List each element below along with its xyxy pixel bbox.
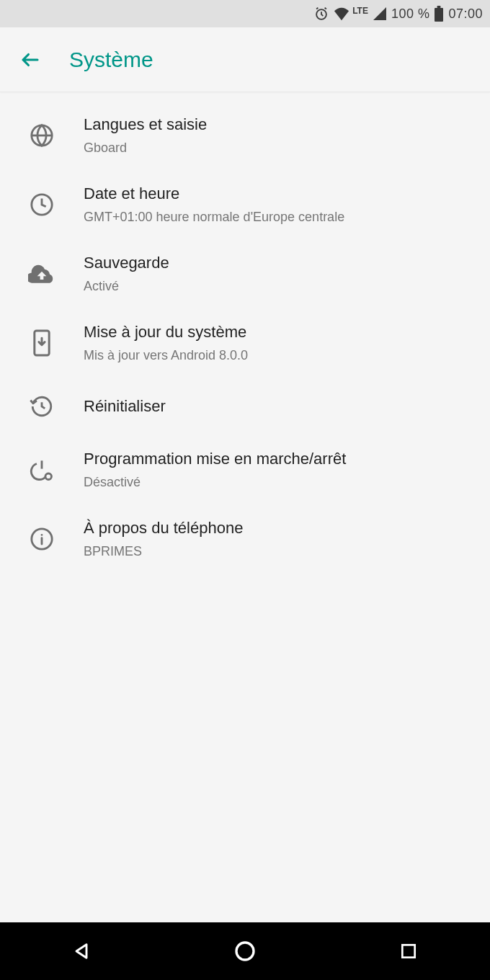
network-type-label: LTE — [352, 6, 368, 16]
back-button[interactable] — [13, 43, 48, 77]
clock-icon — [0, 192, 84, 217]
item-languages-input[interactable]: Langues et saisie Gboard — [0, 101, 490, 170]
item-title: Langues et saisie — [84, 115, 477, 135]
cell-signal-icon — [373, 6, 387, 21]
navigation-bar — [0, 922, 490, 980]
item-title: Sauvegarde — [84, 253, 477, 274]
wifi-icon — [334, 6, 349, 21]
system-update-icon — [0, 329, 84, 357]
item-backup[interactable]: Sauvegarde Activé — [0, 239, 490, 308]
clock-time: 07:00 — [448, 6, 483, 22]
item-reset[interactable]: Réinitialiser — [0, 378, 490, 435]
settings-list: Langues et saisie Gboard Date et heure G… — [0, 92, 490, 574]
item-title: Date et heure — [84, 184, 477, 205]
item-system-update[interactable]: Mise à jour du système Mis à jour vers A… — [0, 308, 490, 378]
nav-back-button[interactable] — [38, 930, 125, 973]
globe-icon — [0, 123, 84, 148]
svg-rect-9 — [402, 945, 414, 957]
nav-recent-button[interactable] — [365, 930, 452, 973]
page-title: Système — [69, 48, 153, 72]
svg-rect-1 — [435, 8, 443, 22]
cloud-upload-icon — [0, 262, 84, 286]
item-subtitle: BPRIMES — [84, 543, 477, 560]
item-subtitle: GMT+01:00 heure normale d'Europe central… — [84, 209, 477, 226]
item-subtitle: Désactivé — [84, 474, 477, 491]
battery-percentage: 100 % — [391, 6, 430, 22]
status-bar: LTE 100 % 07:00 — [0, 0, 490, 27]
power-schedule-icon — [0, 458, 84, 482]
alarm-icon — [313, 6, 329, 22]
item-subtitle: Gboard — [84, 140, 477, 156]
item-title: Mise à jour du système — [84, 322, 477, 343]
info-icon — [0, 527, 84, 551]
item-date-time[interactable]: Date et heure GMT+01:00 heure normale d'… — [0, 170, 490, 239]
svg-point-8 — [236, 943, 254, 960]
item-about-phone[interactable]: À propos du téléphone BPRIMES — [0, 504, 490, 574]
svg-point-6 — [45, 473, 52, 480]
item-title: Réinitialiser — [84, 396, 477, 417]
item-subtitle: Mis à jour vers Android 8.0.0 — [84, 347, 477, 364]
restore-icon — [0, 394, 84, 419]
item-power-schedule[interactable]: Programmation mise en marche/arrêt Désac… — [0, 435, 490, 504]
svg-rect-2 — [437, 6, 441, 8]
battery-icon — [434, 6, 444, 22]
nav-home-button[interactable] — [202, 930, 288, 973]
item-subtitle: Activé — [84, 278, 477, 295]
item-title: Programmation mise en marche/arrêt — [84, 449, 477, 470]
item-title: À propos du téléphone — [84, 518, 477, 539]
app-bar: Système — [0, 27, 490, 92]
